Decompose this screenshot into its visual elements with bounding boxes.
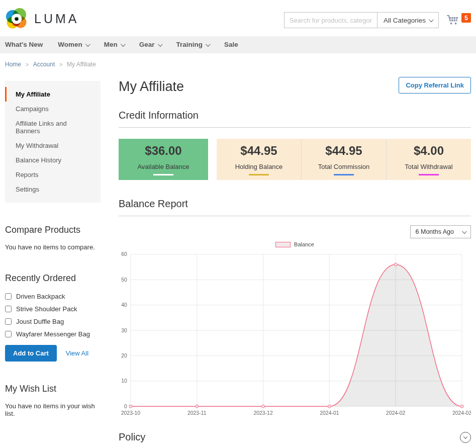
main-nav: What's NewWomenMenGearTrainingSale [0,36,476,53]
recent-item-label[interactable]: Strive Shoulder Pack [16,305,77,313]
svg-text:2024-02: 2024-02 [386,410,406,416]
cart-button[interactable]: 5 [446,12,471,27]
chart-legend: Balance [119,241,471,247]
compare-products-empty-text: You have no items to compare. [5,243,101,251]
credit-card-holding-balance: $44.95Holding Balance [217,139,301,180]
recent-item-checkbox[interactable] [5,293,12,300]
policy-title: Policy [119,431,145,443]
svg-text:10: 10 [121,378,127,384]
luma-logo-icon [5,7,28,30]
svg-text:0: 0 [124,404,127,409]
page-title: My Affiliate [119,79,184,95]
sidebar-item-settings[interactable]: Settings [5,182,101,197]
credit-information-title: Credit Information [119,110,471,121]
svg-text:40: 40 [121,302,127,308]
credit-label: Total Commission [318,163,370,170]
recent-item-checkbox[interactable] [5,331,12,337]
sidebar-item-my-withdrawal[interactable]: My Withdrawal [5,138,101,153]
chevron-down-icon [206,42,211,47]
add-to-cart-button[interactable]: Add to Cart [5,345,57,362]
cart-count-badge: 5 [461,13,471,23]
wishlist-block: My Wish List You have no items in your w… [5,384,101,417]
report-range-label: 6 Months Ago [416,228,454,235]
copy-referral-link-button[interactable]: Copy Referral Link [399,77,471,94]
nav-item-women[interactable]: Women [50,36,97,53]
svg-text:30: 30 [121,328,127,333]
category-dropdown[interactable]: All Categories [377,12,439,28]
credit-label: Holding Balance [235,163,283,170]
svg-text:60: 60 [121,251,127,257]
compare-products-title: Compare Products [5,225,101,235]
policy-collapse-button[interactable] [460,432,471,443]
breadcrumb-separator: > [26,62,29,67]
credit-amount: $44.95 [325,144,362,158]
compare-products-block: Compare Products You have no items to co… [5,225,101,251]
credit-accent-bar [249,174,269,175]
credit-label: Available Balance [137,163,189,170]
chevron-down-icon [85,42,90,47]
recent-item: Strive Shoulder Pack [5,305,101,313]
recent-item: Joust Duffle Bag [5,318,101,325]
view-all-link[interactable]: View All [66,349,88,357]
credit-amount: $36.00 [145,144,181,158]
breadcrumb: Home>Account>My Affiliate [0,53,476,77]
credit-cards: $36.00Available Balance$44.95Holding Bal… [119,139,471,180]
svg-text:50: 50 [121,277,127,283]
nav-item-men[interactable]: Men [97,36,132,53]
credit-card-group: $44.95Holding Balance$44.95Total Commiss… [217,139,471,180]
sidebar: My AffiliateCampaignsAffiliate Links and… [5,77,101,448]
credit-card-total-commission: $44.95Total Commission [301,139,386,180]
credit-card-available-balance: $36.00Available Balance [119,139,208,180]
policy-section: Policy [119,431,471,448]
cart-icon [446,13,459,27]
recently-ordered-title: Recently Ordered [5,273,101,284]
chevron-down-icon [121,42,126,47]
credit-accent-bar [419,174,439,175]
nav-item-training[interactable]: Training [169,36,217,53]
svg-text:2023-12: 2023-12 [253,410,273,416]
recent-item: Wayfarer Messenger Bag [5,330,101,338]
luma-logo[interactable]: LUMA [5,7,79,30]
logo-text: LUMA [34,12,79,26]
report-range-select[interactable]: 6 Months Ago [410,225,471,238]
svg-text:20: 20 [121,353,127,359]
legend-label: Balance [294,241,314,247]
chevron-down-icon [462,229,467,234]
divider [119,127,471,128]
breadcrumb-account[interactable]: Account [33,61,55,68]
recently-ordered-block: Recently Ordered Driven BackpackStrive S… [5,273,101,362]
category-dropdown-label: All Categories [384,17,426,24]
nav-item-what-s-new[interactable]: What's New [5,36,50,53]
nav-item-gear[interactable]: Gear [132,36,169,53]
svg-text:2024-01: 2024-01 [320,410,339,416]
main-content: My Affiliate Copy Referral Link Credit I… [119,77,471,448]
chevron-down-icon [429,17,434,22]
sidebar-item-reports[interactable]: Reports [5,167,101,182]
credit-amount: $44.95 [240,144,277,158]
sidebar-item-affiliate-links-and-banners[interactable]: Affiliate Links and Banners [5,116,101,138]
nav-item-sale[interactable]: Sale [217,36,246,53]
page-header: LUMA All Categories 5 [0,0,476,36]
balance-report-title: Balance Report [119,198,471,210]
recent-item-label[interactable]: Wayfarer Messenger Bag [16,330,90,338]
breadcrumb-home[interactable]: Home [5,61,21,68]
credit-card-total-withdrawal: $4.00Total Withdrawal [386,139,471,180]
svg-text:2024-03: 2024-03 [452,410,471,416]
recent-item-checkbox[interactable] [5,318,12,325]
svg-text:2023-10: 2023-10 [121,410,140,416]
sidebar-item-campaigns[interactable]: Campaigns [5,102,101,116]
sidebar-item-balance-history[interactable]: Balance History [5,153,101,167]
recent-item-label[interactable]: Driven Backpack [16,293,65,300]
affiliate-menu: My AffiliateCampaignsAffiliate Links and… [5,81,101,203]
breadcrumb-my-affiliate: My Affiliate [67,61,96,68]
legend-swatch [275,242,291,247]
recent-item-checkbox[interactable] [5,306,12,312]
credit-accent-bar [153,174,173,175]
recent-item: Driven Backpack [5,293,101,300]
chevron-down-icon [463,434,467,438]
credit-label: Total Withdrawal [405,163,452,170]
sidebar-item-my-affiliate[interactable]: My Affiliate [5,87,101,102]
recent-item-label[interactable]: Joust Duffle Bag [16,318,64,325]
wishlist-title: My Wish List [5,384,101,394]
search-input[interactable] [284,12,377,28]
